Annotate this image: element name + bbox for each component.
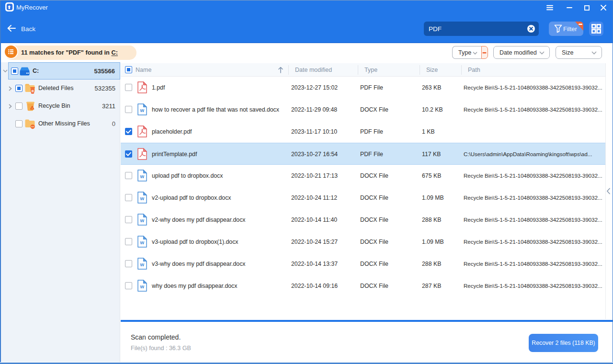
svg-text:w: w	[140, 262, 145, 267]
svg-text:w: w	[140, 239, 145, 245]
svg-text:w: w	[140, 195, 145, 201]
svg-text:w: w	[140, 107, 145, 113]
svg-text:w: w	[140, 217, 145, 223]
svg-text:w: w	[140, 173, 145, 179]
svg-text:w: w	[140, 284, 145, 289]
